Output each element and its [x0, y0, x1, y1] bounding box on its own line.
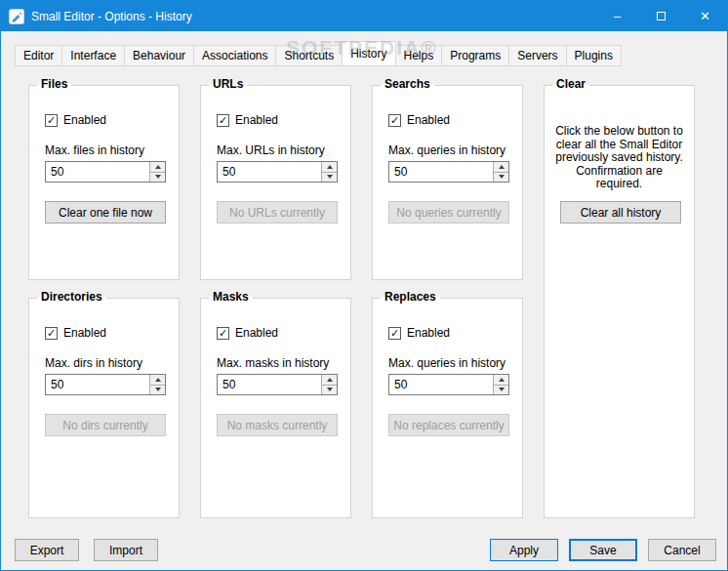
no-urls-button: No URLs currently	[217, 201, 338, 224]
arrow-up-icon	[499, 378, 505, 382]
spin-down-button[interactable]	[149, 386, 165, 395]
group-urls: URLs Enabled Max. URLs in history No URL…	[200, 85, 351, 280]
arrow-up-icon	[327, 378, 333, 382]
max-queries-label: Max. queries in history	[388, 143, 506, 157]
max-dirs-spinner	[45, 374, 166, 395]
group-directories: Directories Enabled Max. dirs in history…	[28, 298, 180, 518]
max-urls-spinner	[217, 161, 338, 183]
max-replaces-input[interactable]	[389, 375, 493, 394]
files-enabled-checkbox[interactable]: Enabled	[45, 113, 106, 127]
window-controls: – ✕	[595, 1, 727, 31]
max-files-label: Max. files in history	[45, 143, 144, 157]
spin-up-button[interactable]	[321, 375, 337, 386]
files-enabled-label: Enabled	[63, 113, 106, 127]
import-button[interactable]: Import	[94, 539, 158, 561]
tab-programs[interactable]: Programs	[441, 45, 509, 66]
minimize-button[interactable]: –	[595, 1, 639, 31]
spin-down-button[interactable]	[149, 173, 165, 183]
spin-up-button[interactable]	[321, 162, 337, 173]
max-masks-spinner	[217, 374, 338, 395]
max-files-input[interactable]	[46, 162, 149, 182]
group-masks: Masks Enabled Max. masks in history No m…	[200, 298, 351, 518]
arrow-up-icon	[499, 165, 505, 169]
tab-associations[interactable]: Associations	[193, 45, 276, 66]
clear-all-history-button[interactable]: Clear all history	[560, 201, 681, 224]
max-masks-input[interactable]	[218, 375, 321, 394]
group-replaces: Replaces Enabled Max. queries in history…	[372, 298, 523, 518]
arrow-down-icon	[327, 387, 333, 391]
maximize-button[interactable]	[639, 1, 683, 31]
urls-enabled-checkbox[interactable]: Enabled	[217, 113, 278, 127]
tab-editor[interactable]: Editor	[15, 45, 62, 66]
checkbox-icon	[217, 327, 229, 340]
group-masks-title: Masks	[209, 290, 253, 304]
spin-up-button[interactable]	[493, 162, 508, 173]
max-masks-label: Max. masks in history	[217, 356, 329, 370]
max-dirs-input[interactable]	[46, 375, 149, 394]
spin-up-button[interactable]	[149, 162, 165, 173]
no-queries-button: No queries currently	[388, 201, 509, 224]
group-urls-title: URLs	[209, 77, 247, 91]
spin-down-button[interactable]	[321, 386, 337, 395]
max-urls-label: Max. URLs in history	[217, 143, 325, 157]
spin-up-button[interactable]	[149, 375, 165, 386]
arrow-down-icon	[499, 175, 505, 179]
group-replaces-title: Replaces	[381, 290, 440, 304]
spin-down-button[interactable]	[493, 173, 508, 183]
tab-plugins[interactable]: Plugins	[566, 45, 622, 66]
arrow-down-icon	[155, 175, 161, 179]
checkbox-icon	[388, 327, 401, 340]
apply-button[interactable]: Apply	[490, 539, 558, 561]
clear-description: Click the below button to clear all the …	[551, 125, 687, 191]
tab-servers[interactable]: Servers	[508, 45, 566, 66]
arrow-up-icon	[327, 165, 333, 169]
group-clear: Clear Click the below button to clear al…	[544, 85, 695, 518]
max-urls-input[interactable]	[218, 162, 321, 182]
tab-behaviour[interactable]: Behaviour	[124, 45, 194, 66]
spin-up-button[interactable]	[493, 375, 508, 386]
masks-enabled-checkbox[interactable]: Enabled	[217, 326, 278, 340]
group-clear-title: Clear	[552, 77, 589, 91]
replaces-enabled-checkbox[interactable]: Enabled	[388, 326, 450, 340]
max-queries-spinner	[388, 161, 509, 183]
group-searchs-title: Searchs	[381, 77, 434, 91]
urls-enabled-label: Enabled	[235, 113, 278, 127]
max-dirs-label: Max. dirs in history	[45, 356, 142, 370]
tab-helps[interactable]: Helps	[395, 45, 443, 66]
max-replaces-spinner	[388, 374, 509, 395]
group-files: Files Enabled Max. files in history Clea…	[28, 85, 180, 280]
replaces-enabled-label: Enabled	[407, 326, 450, 340]
spinner-buttons	[493, 162, 508, 182]
clear-one-file-button[interactable]: Clear one file now	[45, 201, 166, 224]
spinner-buttons	[149, 162, 165, 182]
tab-history[interactable]: History	[342, 41, 395, 66]
directories-enabled-checkbox[interactable]: Enabled	[45, 326, 106, 340]
options-window: Small Editor - Options - History – ✕ SOF…	[0, 0, 728, 571]
close-button[interactable]: ✕	[683, 1, 727, 31]
tab-interface[interactable]: Interface	[61, 45, 125, 66]
window-title: Small Editor - Options - History	[31, 10, 595, 23]
cancel-button[interactable]: Cancel	[648, 539, 716, 561]
spinner-buttons	[149, 375, 165, 394]
max-replaces-label: Max. queries in history	[388, 356, 506, 370]
checkbox-icon	[217, 114, 229, 127]
max-files-spinner	[45, 161, 166, 183]
max-queries-input[interactable]	[389, 162, 493, 182]
group-files-title: Files	[37, 77, 71, 91]
searchs-enabled-checkbox[interactable]: Enabled	[388, 113, 450, 127]
export-button[interactable]: Export	[15, 539, 79, 561]
spinner-buttons	[321, 162, 337, 182]
arrow-down-icon	[327, 175, 333, 179]
save-button[interactable]: Save	[569, 539, 637, 561]
minimize-icon: –	[614, 9, 621, 23]
spin-down-button[interactable]	[493, 386, 508, 395]
searchs-enabled-label: Enabled	[407, 113, 450, 127]
spin-down-button[interactable]	[321, 173, 337, 183]
group-directories-title: Directories	[37, 290, 106, 304]
arrow-down-icon	[499, 387, 505, 391]
checkbox-icon	[45, 114, 58, 127]
no-dirs-button: No dirs currently	[45, 414, 166, 436]
tab-shortcuts[interactable]: Shortcuts	[275, 45, 343, 66]
arrow-up-icon	[155, 378, 161, 382]
checkbox-icon	[388, 114, 401, 127]
